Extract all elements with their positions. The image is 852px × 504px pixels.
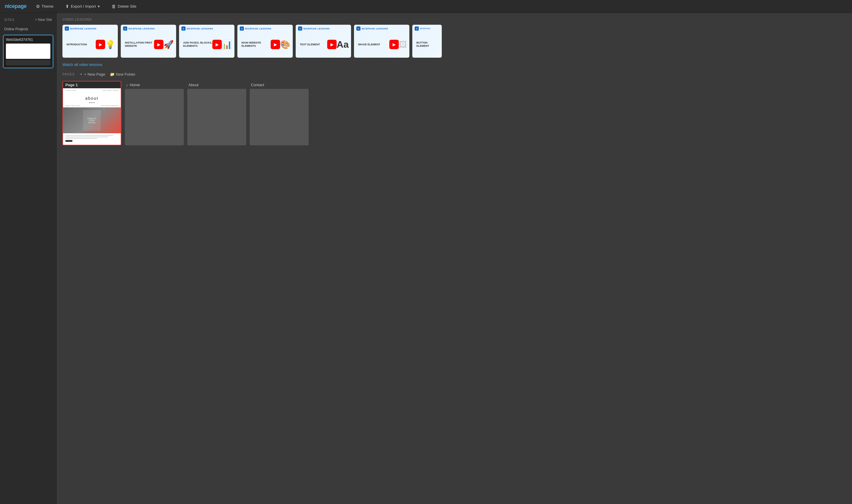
preview-nav: Freelance Office Home · About · Services [63,88,121,92]
video-card-main-website[interactable]: n nicepage LESSONS MAIN WEBSITE ELEMENTS… [237,25,293,58]
project-name: WebSite6374761 [6,38,50,42]
video-title-introduction: INTRODUCTION [65,43,96,46]
chart-icon: 📊 [222,40,232,50]
main-layout: SITES + New Site Online Projects WebSite… [0,13,852,504]
preview-image-block: MagazinePosterMockup [63,107,121,133]
lessons-text-4: nicepage LESSONS [245,28,272,30]
lessons-text-7: nicepage [420,28,430,30]
bulb-icon: 💡 [105,40,116,50]
play-button-main-website[interactable]: ▶ [271,40,280,49]
about-label: About [187,81,246,89]
sidebar: SITES + New Site Online Projects WebSite… [0,13,56,504]
rocket-icon: 🚀 [163,40,174,50]
new-site-button[interactable]: + New Site [35,18,52,22]
project-card[interactable]: WebSite6374761 [3,35,53,68]
nicepage-logo-small-6: n [357,26,361,31]
home-thumbnail [125,89,184,145]
sidebar-header: SITES + New Site [0,17,56,23]
preview-mockup: MagazinePosterMockup [83,110,101,131]
palette-icon: 🎨 [280,40,290,50]
play-button-installation[interactable]: ▶ [154,40,163,49]
video-card-button-element[interactable]: n nicepage BUTTON ELEMENT [412,25,442,58]
new-folder-button[interactable]: 📁 New Folder [110,72,135,76]
project-footer [6,60,50,65]
page-card-home[interactable]: ⌂ Home [125,81,184,145]
delete-site-button[interactable]: 🗑 Delete Site [109,3,139,10]
about-thumbnail [187,89,246,145]
play-button-image-element[interactable]: ▶ [389,40,399,49]
page-card-about[interactable]: About [187,81,246,145]
image-icon: 🖼 [399,40,407,50]
video-title-main-website: MAIN WEBSITE ELEMENTS [240,41,271,48]
page-1-label: Page 1 [63,82,121,88]
preview-text-block [63,133,121,144]
topbar: nicepage ⚙ Theme ⬆ Export / Import ▾ 🗑 D… [0,0,852,13]
page-1-thumbnail: Freelance Office Home · About · Services… [63,88,121,145]
main-content: VIDEO LESSONS n nicepage LESSONS INTRODU… [56,13,852,504]
nicepage-logo-small-2: n [123,26,127,31]
theme-button[interactable]: ⚙ Theme [34,3,56,10]
contact-label: Contact [250,81,309,89]
play-button-text-element[interactable]: ▶ [327,40,336,49]
video-title-installation: INSTALLATION FIRST WEBSITE [123,41,154,48]
nicepage-logo-small-3: n [181,26,186,31]
export-import-button[interactable]: ⬆ Export / Import ▾ [63,3,102,10]
nicepage-logo-small: n [65,26,69,31]
video-card-text-element[interactable]: n nicepage LESSONS TEXT ELEMENT ▶ Aa [296,25,351,58]
preview-social-dots: ● ● ● [63,101,121,104]
video-title-add-pages: ADD PAGES, BLOCKS, ELEMENTS [181,41,212,48]
nicepage-logo-small-4: n [240,26,244,31]
trash-icon: 🗑 [111,4,116,9]
lessons-text-3: nicepage LESSONS [187,28,213,30]
contact-thumbnail [250,89,309,145]
video-title-image-element: IMAGE ELEMENT [357,43,389,46]
nicepage-logo-small-5: n [298,26,302,31]
pages-label: PAGES [63,72,74,76]
theme-label: Theme [41,4,53,8]
export-label: Export / Import [71,4,96,8]
project-thumbnail [6,43,50,59]
delete-label: Delete Site [118,4,137,8]
sites-label: SITES [4,18,14,21]
theme-icon: ⚙ [36,4,40,9]
video-lessons-row: n nicepage LESSONS INTRODUCTION ▶ 💡 n ni… [63,25,846,58]
video-title-button-element: BUTTON ELEMENT [415,41,439,48]
video-lessons-heading: VIDEO LESSONS [63,18,846,21]
home-label: ⌂ Home [125,81,184,89]
folder-icon: 📁 [110,72,115,76]
page-1-title: Page 1 [65,83,78,87]
lessons-text-2: nicepage LESSONS [128,28,155,30]
play-button-introduction[interactable]: ▶ [96,40,105,49]
pages-header: PAGES ＋ + New Page 📁 New Folder [63,72,846,77]
page-1-wrapper: → Page 1 Freelance Office Home · About ·… [63,81,121,145]
chevron-down-icon: ▾ [98,4,100,8]
watch-all-link[interactable]: Watch all video lessons [63,62,102,67]
video-card-add-pages[interactable]: n nicepage LESSONS ADD PAGES, BLOCKS, EL… [179,25,234,58]
plus-icon: ＋ [79,72,83,77]
home-icon: ⌂ [126,83,128,87]
lessons-text: nicepage LESSONS [70,28,97,30]
preview-about-title: about [63,92,121,101]
play-button-add-pages[interactable]: ▶ [212,40,222,49]
new-page-label: + New Page [84,72,105,76]
video-card-image-element[interactable]: n nicepage LESSONS IMAGE ELEMENT ▶ 🖼 [354,25,410,58]
video-card-introduction[interactable]: n nicepage LESSONS INTRODUCTION ▶ 💡 [63,25,118,58]
contact-title: Contact [251,83,264,87]
nicepage-logo-small-7: n [415,26,419,31]
preview-sub-nav: Search • Team • Learn Get In Touch + Res… [63,104,121,107]
preview-cta-button [65,140,72,142]
about-title: About [189,83,198,87]
pages-grid: → Page 1 Freelance Office Home · About ·… [63,81,846,145]
home-title: Home [130,83,140,87]
export-icon: ⬆ [65,4,69,9]
new-folder-label: New Folder [116,72,135,76]
online-projects-title: Online Projects [0,25,56,33]
video-card-installation[interactable]: n nicepage LESSONS INSTALLATION FIRST WE… [121,25,176,58]
text-icon: Aa [336,39,349,50]
app-logo[interactable]: nicepage [5,3,27,10]
page-card-page1[interactable]: Page 1 Freelance Office Home · About · S… [63,81,121,145]
video-title-text-element: TEXT ELEMENT [298,43,327,46]
page-card-contact[interactable]: Contact [250,81,309,145]
lessons-text-6: nicepage LESSONS [362,28,388,30]
new-page-button[interactable]: ＋ + New Page [79,72,105,77]
